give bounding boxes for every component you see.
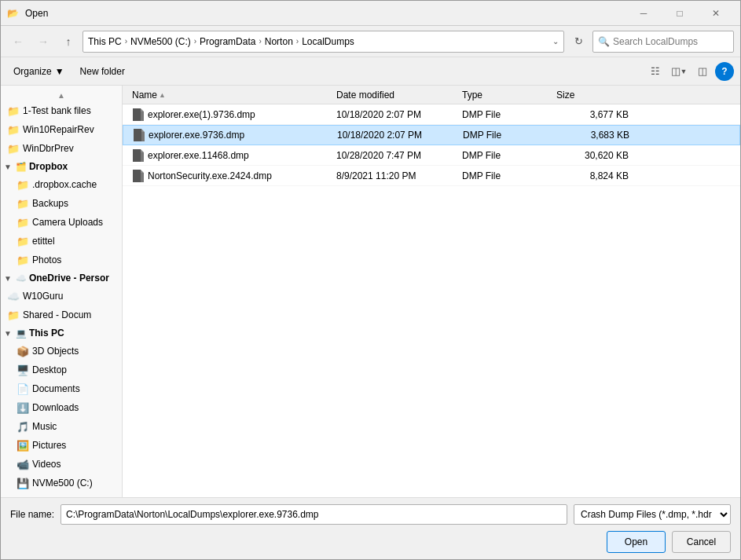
sidebar-item-nvme500[interactable]: 💾 NVMe500 (C:) [1, 474, 122, 492]
filename-row: File name: Crash Dump Files (*.dmp, *.hd… [10, 504, 731, 525]
sidebar-item-windbr[interactable]: 📁 WinDbrPrev [1, 139, 122, 158]
sidebar-label: WinDbrPrev [23, 143, 74, 154]
dialog-title: Open [25, 8, 48, 19]
back-button[interactable]: ← [7, 31, 29, 53]
sidebar-item-w10guru[interactable]: ☁️ W10Guru [1, 287, 122, 306]
sidebar-item-win10repair[interactable]: 📁 Win10RepairRev [1, 120, 122, 139]
breadcrumb-programdata[interactable]: ProgramData [200, 36, 255, 47]
breadcrumbs: This PC › NVMe500 (C:) › ProgramData › N… [88, 36, 549, 47]
svg-marker-1 [141, 108, 144, 112]
filename-input[interactable] [61, 504, 567, 525]
open-dialog: 📂 Open ─ □ ✕ ← → ↑ This PC › NVMe500 (C:… [0, 0, 741, 560]
onedrive-icon: ☁️ [15, 272, 28, 284]
col-header-type[interactable]: Type [459, 86, 553, 104]
forward-button[interactable]: → [32, 31, 54, 53]
open-button[interactable]: Open [607, 531, 666, 553]
cancel-button[interactable]: Cancel [672, 531, 731, 553]
collapse-icon: ▼ [4, 329, 12, 338]
folder-icon: 📁 [17, 197, 29, 210]
folder-icon: 📁 [17, 216, 29, 229]
svg-rect-6 [133, 149, 141, 162]
collapse-icon: ▼ [4, 163, 12, 171]
new-folder-button[interactable]: New folder [74, 60, 131, 82]
sidebar-item-3dobjects[interactable]: 📦 3D Objects [1, 342, 122, 361]
file-type: DMP File [459, 170, 553, 181]
filetype-select[interactable]: Crash Dump Files (*.dmp, *.hdr ... [574, 504, 731, 525]
address-dropdown-arrow[interactable]: ⌄ [552, 37, 559, 46]
folder-icon: 📁 [17, 235, 29, 247]
folder-icon: 🖥️ [17, 364, 29, 376]
pictures-icon: 🖼️ [17, 439, 29, 452]
sidebar: ▲ 📁 1-Test bank files 📁 Win10RepairRev 📁… [1, 86, 123, 497]
sidebar-item-dropbox-cache[interactable]: 📁 .dropbox.cache [1, 175, 122, 194]
sidebar-item-shared-docs[interactable]: 📁 Shared - Docum [1, 306, 122, 324]
up-button[interactable]: ↑ [57, 31, 79, 53]
file-row[interactable]: explorer.exe.9736.dmp 10/18/2020 2:07 PM… [123, 125, 740, 145]
view-options-button[interactable]: ☷ [644, 60, 666, 82]
cloud-icon: ☁️ [7, 290, 20, 302]
file-name: explorer.exe(1).9736.dmp [148, 109, 255, 120]
breadcrumb-localdumps[interactable]: LocalDumps [302, 36, 354, 47]
sidebar-label: This PC [29, 328, 64, 339]
sidebar-item-etittel[interactable]: 📁 etittel [1, 232, 122, 251]
sidebar-label: Pictures [32, 440, 66, 451]
svg-marker-7 [141, 149, 144, 152]
file-row[interactable]: explorer.exe.11468.dmp 10/28/2020 7:47 P… [123, 145, 740, 166]
file-size: 3,677 KB [553, 109, 632, 120]
sidebar-label: Photos [32, 254, 61, 265]
address-path[interactable]: This PC › NVMe500 (C:) › ProgramData › N… [83, 31, 564, 53]
sidebar-item-downloads[interactable]: ⬇️ Downloads [1, 398, 122, 417]
svg-rect-11 [141, 173, 144, 182]
sidebar-item-videos[interactable]: 📹 Videos [1, 455, 122, 474]
sidebar-item-backups[interactable]: 📁 Backups [1, 194, 122, 213]
toolbar-right: ☷ ◫ ▼ ◫ ? [644, 60, 734, 82]
sidebar-label: NVMe500 (C:) [32, 478, 93, 489]
organize-label: Organize [13, 66, 52, 77]
dialog-icon: 📂 [7, 8, 19, 19]
search-icon: 🔍 [598, 36, 610, 47]
file-list: Name ▲ Date modified Type Size [123, 86, 740, 497]
file-date: 10/18/2020 2:07 PM [333, 109, 459, 120]
close-button[interactable]: ✕ [698, 2, 734, 25]
sidebar-item-camera-uploads[interactable]: 📁 Camera Uploads [1, 213, 122, 232]
breadcrumb-norton[interactable]: Norton [265, 36, 293, 47]
file-type: DMP File [459, 150, 553, 161]
sidebar-section-dropbox[interactable]: ▼ 🗂️ Dropbox [1, 158, 122, 175]
file-date: 8/9/2021 11:20 PM [333, 170, 459, 181]
preview-pane-button[interactable]: ◫ [691, 60, 713, 82]
file-type: DMP File [460, 130, 554, 141]
sidebar-label: Desktop [32, 364, 67, 375]
breadcrumb-drive[interactable]: NVMe500 (C:) [130, 36, 191, 47]
svg-marker-4 [141, 129, 145, 132]
svg-rect-0 [133, 108, 141, 121]
file-list-header: Name ▲ Date modified Type Size [123, 86, 740, 104]
file-row[interactable]: explorer.exe(1).9736.dmp 10/18/2020 2:07… [123, 104, 740, 125]
col-header-name[interactable]: Name ▲ [129, 86, 333, 104]
folder-icon: 📁 [7, 123, 20, 136]
maximize-button[interactable]: □ [662, 2, 698, 25]
refresh-button[interactable]: ↻ [567, 31, 589, 53]
sidebar-item-pictures[interactable]: 🖼️ Pictures [1, 436, 122, 455]
sidebar-item-test-bank[interactable]: 📁 1-Test bank files [1, 101, 122, 120]
sidebar-item-desktop[interactable]: 🖥️ Desktop [1, 361, 122, 379]
file-name: NortonSecurity.exe.2424.dmp [148, 170, 272, 181]
sidebar-item-music[interactable]: 🎵 Music [1, 417, 122, 436]
organize-button[interactable]: Organize ▼ [7, 60, 71, 82]
minimize-button[interactable]: ─ [625, 2, 662, 25]
sidebar-item-documents[interactable]: 📄 Documents [1, 379, 122, 398]
toolbar: Organize ▼ New folder ☷ ◫ ▼ ◫ ? [1, 57, 740, 86]
col-header-size[interactable]: Size [553, 86, 632, 104]
sidebar-section-onedrive[interactable]: ▼ ☁️ OneDrive - Persor [1, 269, 122, 287]
search-input[interactable] [613, 36, 731, 47]
col-header-date[interactable]: Date modified [333, 86, 459, 104]
sidebar-section-thispc[interactable]: ▼ 💻 This PC [1, 324, 122, 342]
svg-rect-3 [134, 129, 141, 141]
col-header-name-label: Name [132, 90, 157, 101]
sidebar-item-photos[interactable]: 📁 Photos [1, 251, 122, 269]
help-button[interactable]: ? [715, 62, 734, 81]
view-toggle-button[interactable]: ◫ ▼ [668, 60, 690, 82]
folder-icon: 📁 [7, 309, 20, 321]
breadcrumb-this-pc[interactable]: This PC [88, 36, 122, 47]
file-row[interactable]: NortonSecurity.exe.2424.dmp 8/9/2021 11:… [123, 166, 740, 186]
collapse-icon: ▼ [4, 274, 12, 283]
